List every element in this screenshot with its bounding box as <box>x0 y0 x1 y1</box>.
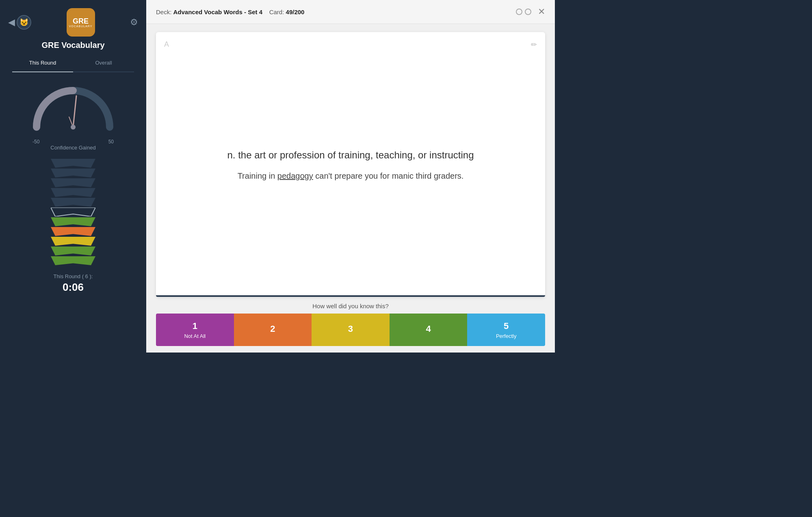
chevron-1 <box>51 159 95 168</box>
back-icon: ◀ <box>8 17 15 28</box>
card-definition: n. the art or profession of training, te… <box>227 148 474 162</box>
card-letter: A <box>164 40 169 49</box>
card-label: Card: <box>269 9 284 15</box>
tab-this-round[interactable]: This Round <box>12 56 73 69</box>
rating-number-4: 4 <box>426 324 431 334</box>
card-keyword: pedagogy <box>277 171 313 180</box>
tabs-container: This Round Overall <box>0 56 146 69</box>
rating-button-5[interactable]: 5 Perfectly <box>467 314 545 346</box>
chevron-current <box>51 208 95 216</box>
svg-point-2 <box>71 125 76 130</box>
round-time: 0:06 <box>63 281 84 294</box>
svg-line-0 <box>73 96 76 127</box>
tab-underline <box>12 71 134 72</box>
gauge-container <box>28 80 118 133</box>
rating-button-2[interactable]: 2 <box>234 314 312 346</box>
chevron-yellow <box>51 237 95 246</box>
avatar: 😺 <box>17 15 31 30</box>
card-example: Training in pedagogy can't prepare you f… <box>238 171 464 181</box>
rating-button-1[interactable]: 1 Not At All <box>156 314 234 346</box>
rating-buttons: 1 Not At All 2 3 4 5 Perfectly <box>156 314 545 346</box>
card-value: 49/200 <box>286 9 305 15</box>
chevron-4 <box>51 188 95 197</box>
logo-sub: VOCABULARY <box>69 25 93 28</box>
sidebar: ◀ 😺 GRE VOCABULARY ⚙ GRE Vocabulary This… <box>0 0 146 353</box>
rating-number-5: 5 <box>504 321 509 331</box>
chevron-2 <box>51 169 95 177</box>
top-bar-right: ✕ <box>516 6 545 17</box>
svg-marker-3 <box>51 208 95 216</box>
rating-label-1: Not At All <box>184 333 206 339</box>
logo-text: GRE <box>73 17 89 25</box>
indicator-1 <box>516 9 522 15</box>
rating-number-2: 2 <box>270 324 275 334</box>
flashcard: A ✏ n. the art or profession of training… <box>156 32 545 297</box>
confidence-label: Confidence Gained <box>50 145 95 151</box>
chevron-orange <box>51 227 95 236</box>
gauge-labels: -50 50 <box>32 139 114 145</box>
card-divider <box>156 295 545 297</box>
round-info: This Round ( 6 ): <box>54 273 93 279</box>
rating-label-5: Perfectly <box>496 333 517 339</box>
gear-icon: ⚙ <box>130 17 138 27</box>
chevron-green-2 <box>51 247 95 255</box>
tab-overall[interactable]: Overall <box>73 56 134 69</box>
settings-button[interactable]: ⚙ <box>130 17 138 28</box>
rating-number-1: 1 <box>193 321 197 331</box>
rating-question: How well did you know this? <box>156 303 545 309</box>
gauge-svg <box>28 80 118 133</box>
deck-name: Advanced Vocab Words - Set 4 <box>173 9 263 15</box>
card-indicators <box>516 9 531 15</box>
gauge-min: -50 <box>32 139 39 145</box>
rating-section: How well did you know this? 1 Not At All… <box>146 297 555 353</box>
chevron-5 <box>51 198 95 207</box>
edit-button[interactable]: ✏ <box>531 40 537 49</box>
indicator-2 <box>525 9 531 15</box>
gauge-max: 50 <box>108 139 114 145</box>
rating-number-3: 3 <box>348 324 353 334</box>
gre-logo: GRE VOCABULARY <box>67 8 95 37</box>
deck-label: Deck: <box>156 9 171 15</box>
chevrons-container <box>51 159 95 265</box>
chevron-3 <box>51 178 95 187</box>
app-title: GRE Vocabulary <box>41 41 104 50</box>
back-button[interactable]: ◀ 😺 <box>8 15 31 30</box>
sidebar-top: ◀ 😺 GRE VOCABULARY ⚙ <box>0 8 146 37</box>
deck-info: Deck: Advanced Vocab Words - Set 4 Card:… <box>156 9 304 15</box>
rating-button-4[interactable]: 4 <box>390 314 468 346</box>
rating-button-3[interactable]: 3 <box>312 314 390 346</box>
main-panel: Deck: Advanced Vocab Words - Set 4 Card:… <box>146 0 555 353</box>
close-button[interactable]: ✕ <box>538 6 545 17</box>
chevron-green-3 <box>51 256 95 265</box>
top-bar: Deck: Advanced Vocab Words - Set 4 Card:… <box>146 0 555 24</box>
chevron-green-1 <box>51 217 95 226</box>
